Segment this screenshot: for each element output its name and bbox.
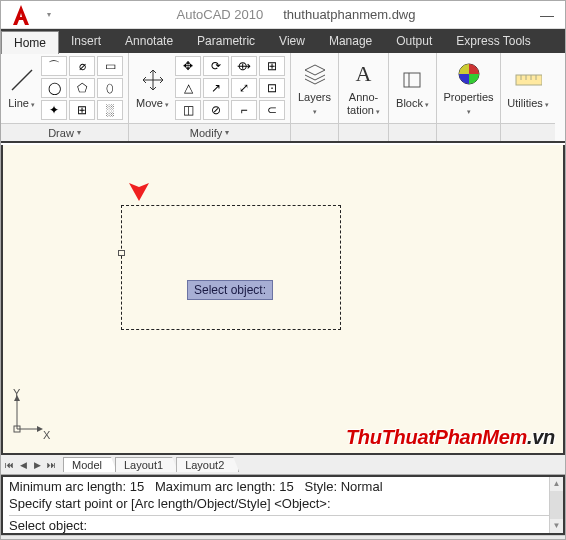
mirror-icon[interactable]: △ (175, 78, 201, 98)
chamfer-icon[interactable]: ⊂ (259, 100, 285, 120)
tab-last-icon[interactable]: ⏭ (45, 460, 57, 470)
offset-icon[interactable]: ◫ (175, 100, 201, 120)
command-window[interactable]: Minimum arc length: 15 Maximum arc lengt… (1, 475, 565, 535)
cmd-line-1: Minimum arc length: 15 Maximum arc lengt… (9, 479, 557, 496)
utilities-button[interactable]: Utilities (507, 57, 549, 119)
layers-button[interactable]: Layers (296, 57, 333, 119)
ribbon: Line ⌒ ⌀ ▭ ◯ ⬠ ⬯ ✦ ⊞ ░ Draw Move (1, 53, 565, 143)
tab-output[interactable]: Output (384, 29, 444, 53)
panel-properties: Properties (437, 53, 501, 141)
circle-icon[interactable]: ⌀ (69, 56, 95, 76)
properties-button[interactable]: Properties (442, 57, 495, 119)
move-button[interactable]: Move (134, 57, 171, 119)
minimize-icon[interactable]: — (535, 7, 559, 23)
app-logo[interactable] (1, 1, 41, 29)
cursor-tooltip: Select object: (187, 280, 273, 300)
ellipse-icon[interactable]: ◯ (41, 78, 67, 98)
panel-modify-label[interactable]: Modify (129, 123, 290, 141)
annotation-button[interactable]: A Anno- tation (344, 57, 383, 119)
draw-tools-grid: ⌒ ⌀ ▭ ◯ ⬠ ⬯ ✦ ⊞ ░ (41, 56, 123, 120)
x-axis-label: X (43, 429, 50, 441)
layers-icon (301, 60, 329, 88)
color-wheel-icon (455, 60, 483, 88)
text-icon: A (350, 60, 378, 88)
tab-layout1[interactable]: Layout1 (115, 457, 178, 472)
array-icon[interactable]: ⊞ (259, 56, 285, 76)
tab-first-icon[interactable]: ⏮ (3, 460, 15, 470)
tab-home[interactable]: Home (1, 31, 59, 54)
cmd-prompt: Select object: (9, 518, 557, 535)
stretch-icon[interactable]: ⊡ (259, 78, 285, 98)
tab-express[interactable]: Express Tools (444, 29, 542, 53)
panel-modify: Move ✥ ⟳ ⟴ ⊞ △ ↗ ⤢ ⊡ ◫ ⊘ ⌐ ⊂ Modify (129, 53, 291, 141)
tab-view[interactable]: View (267, 29, 317, 53)
panel-block-label (389, 123, 436, 141)
layout-tabs: ⏮ ◀ ▶ ⏭ Model Layout1 Layout2 (1, 455, 565, 475)
panel-layers: Layers (291, 53, 339, 141)
tab-parametric[interactable]: Parametric (185, 29, 267, 53)
extend-icon[interactable]: ↗ (203, 78, 229, 98)
drawing-canvas[interactable]: Select object: Y X ThuThuatPhanMem.vn (1, 145, 565, 455)
scroll-down-icon[interactable]: ▼ (550, 519, 563, 533)
cmd-line-2: Specify start point or [Arc length/Objec… (9, 496, 557, 513)
polygon-icon[interactable]: ⬠ (69, 78, 95, 98)
panel-block: Block (389, 53, 437, 141)
gradient-icon[interactable]: ░ (97, 100, 123, 120)
rect-icon[interactable]: ▭ (97, 56, 123, 76)
panel-draw: Line ⌒ ⌀ ▭ ◯ ⬠ ⬯ ✦ ⊞ ░ Draw (1, 53, 129, 141)
copy-icon[interactable]: ✥ (175, 56, 201, 76)
selection-rectangle (121, 205, 341, 330)
rotate-icon[interactable]: ⟳ (203, 56, 229, 76)
fillet-icon[interactable]: ⌐ (231, 100, 257, 120)
tab-insert[interactable]: Insert (59, 29, 113, 53)
move-icon (139, 66, 167, 94)
trim-icon[interactable]: ⟴ (231, 56, 257, 76)
tab-model[interactable]: Model (63, 457, 117, 472)
cmd-scrollbar[interactable]: ▲ ▼ (549, 477, 563, 533)
svg-rect-4 (516, 75, 542, 85)
tab-annotate[interactable]: Annotate (113, 29, 185, 53)
app-title: AutoCAD 2010 (177, 7, 264, 22)
ribbon-tabs: Home Insert Annotate Parametric View Man… (1, 29, 565, 53)
line-icon (8, 66, 36, 94)
y-axis-label: Y (13, 387, 20, 399)
modify-tools-grid: ✥ ⟳ ⟴ ⊞ △ ↗ ⤢ ⊡ ◫ ⊘ ⌐ ⊂ (175, 56, 285, 120)
arc-icon[interactable]: ⌒ (41, 56, 67, 76)
selection-handle[interactable] (118, 250, 125, 256)
svg-line-0 (12, 70, 32, 90)
block-icon (399, 66, 427, 94)
status-bar: -78.5151, 3013.1974, 0.0000 ▦ ▥ ⌐ ◷ □ ∠ … (1, 535, 565, 540)
panel-utilities: Utilities (501, 53, 555, 141)
tab-layout2[interactable]: Layout2 (176, 457, 239, 472)
panel-util-label (501, 123, 555, 141)
qat-dropdown-icon[interactable]: ▾ (41, 10, 57, 19)
panel-anno-label (339, 123, 388, 141)
line-button[interactable]: Line (6, 57, 37, 119)
tab-prev-icon[interactable]: ◀ (17, 460, 29, 470)
scale-icon[interactable]: ⤢ (231, 78, 257, 98)
svg-rect-1 (404, 73, 420, 87)
file-title: thuthuatphanmem.dwg (283, 7, 415, 22)
annotation-arrow-icon (124, 157, 154, 207)
tab-manage[interactable]: Manage (317, 29, 384, 53)
hatch-icon[interactable]: ⊞ (69, 100, 95, 120)
watermark: ThuThuatPhanMem.vn (346, 426, 555, 449)
panel-annotation: A Anno- tation (339, 53, 389, 141)
measure-icon (514, 66, 542, 94)
panel-layers-label (291, 123, 338, 141)
block-button[interactable]: Block (394, 57, 431, 119)
scroll-up-icon[interactable]: ▲ (550, 477, 563, 491)
tab-next-icon[interactable]: ▶ (31, 460, 43, 470)
panel-props-label (437, 123, 500, 141)
spline-icon[interactable]: ⬯ (97, 78, 123, 98)
title-bar: ▾ AutoCAD 2010 thuthuatphanmem.dwg — (1, 1, 565, 29)
erase-icon[interactable]: ⊘ (203, 100, 229, 120)
point-icon[interactable]: ✦ (41, 100, 67, 120)
panel-draw-label[interactable]: Draw (1, 123, 128, 141)
